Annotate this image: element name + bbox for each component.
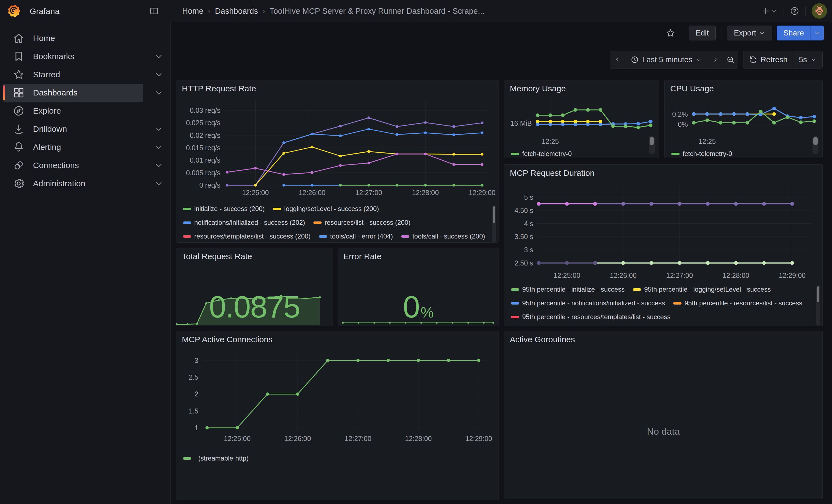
sidebar-item-home[interactable]: Home [3, 29, 143, 47]
sidebar-item-connections[interactable]: Connections [3, 156, 143, 175]
chevron-down-icon[interactable] [154, 142, 163, 152]
legend-item[interactable]: tools/call - success (200) [401, 231, 485, 241]
memory-usage-chart[interactable]: 12:2516 MiB [507, 96, 656, 147]
legend-label: 95th percentile - notifications/initiali… [522, 299, 665, 307]
http-request-rate-chart[interactable]: 12:25:0012:26:0012:27:0012:28:0012:29:00… [180, 97, 495, 195]
legend-item[interactable]: 95th percentile - initialize - success [511, 285, 625, 294]
sidebar-item-dashboards[interactable]: Dashboards [3, 84, 143, 102]
sidebar-item-explore[interactable]: Explore [3, 102, 143, 120]
panel-title[interactable]: Memory Usage [504, 80, 659, 96]
legend-swatch [273, 208, 281, 210]
legend-item[interactable]: 95th percentile - notifications/initiali… [511, 298, 665, 308]
chevron-down-icon [814, 30, 821, 36]
breadcrumb-item[interactable]: Dashboards [215, 7, 258, 16]
mcp-request-duration-chart[interactable]: 12:25:0012:26:0012:27:0012:28:0012:29:00… [508, 181, 817, 283]
legend-item[interactable]: 95th percentile - logging/setLevel - suc… [633, 285, 771, 294]
avatar[interactable] [812, 3, 827, 19]
svg-text:0.02 req/s: 0.02 req/s [190, 132, 220, 139]
panel-title[interactable]: MCP Request Duration [504, 164, 822, 180]
svg-text:12:27:00: 12:27:00 [666, 271, 693, 279]
panel-title[interactable]: CPU Usage [665, 80, 822, 96]
sidebar-item-drilldown[interactable]: Drilldown [3, 120, 143, 138]
svg-text:0.2%: 0.2% [672, 110, 688, 118]
legend-swatch [183, 457, 191, 460]
panel-title[interactable]: MCP Active Connections [176, 331, 498, 346]
legend-scrollbar[interactable] [492, 206, 496, 243]
svg-text:3.50 s: 3.50 s [515, 233, 533, 240]
legend-item[interactable]: resources/list - success (200) [313, 218, 411, 228]
chevron-down-icon[interactable] [154, 161, 163, 170]
help-button[interactable] [790, 6, 799, 16]
legend-swatch [183, 235, 191, 238]
legend-label: 95th percentile - initialize - success [522, 286, 625, 293]
legend-scrollbar[interactable] [812, 136, 818, 154]
legend-item[interactable]: tools/call - error (404) [319, 231, 393, 241]
cpu-usage-chart[interactable]: 12:250.2%0% [668, 96, 820, 147]
legend-label: fetch-telemetry-0 [522, 150, 572, 158]
sidebar-item-administration[interactable]: Administration [3, 175, 143, 192]
legend-item[interactable]: initialize - success (200) [183, 204, 265, 214]
chevron-down-icon[interactable] [154, 88, 163, 97]
chevron-down-icon[interactable] [154, 124, 163, 134]
compass-icon [12, 105, 25, 117]
scrollbar-thumb[interactable] [817, 286, 820, 302]
legend-item[interactable]: fetch-telemetry-0 [671, 149, 732, 158]
legend-label: logging/setLevel - success (200) [284, 205, 379, 213]
scrollbar-thumb[interactable] [493, 206, 495, 223]
svg-text:12:28:00: 12:28:00 [412, 189, 439, 196]
sidebar-item-label: Bookmarks [33, 52, 74, 61]
sidebar-toggle-icon[interactable] [149, 6, 160, 16]
sidebar-item-bookmarks[interactable]: Bookmarks [3, 47, 143, 65]
panel-title[interactable]: Total Request Rate [176, 248, 333, 263]
time-shift-back-button[interactable] [610, 51, 625, 69]
edit-button[interactable]: Edit [688, 26, 716, 41]
time-range-picker[interactable]: Last 5 minutes [625, 51, 708, 69]
add-new-button[interactable] [761, 6, 778, 16]
legend-item[interactable]: notifications/initialized - success (202… [183, 218, 305, 228]
chevron-down-icon[interactable] [154, 52, 163, 61]
refresh-interval-picker[interactable]: 5s [793, 51, 823, 69]
panel-error-rate: Error Rate 0% [338, 247, 498, 326]
panel-title[interactable]: Error Rate [338, 248, 498, 263]
favorite-star-button[interactable] [664, 26, 677, 40]
svg-text:12:28:00: 12:28:00 [405, 435, 432, 442]
share-button[interactable]: Share [777, 26, 810, 41]
export-button[interactable]: Export [727, 26, 772, 41]
scrollbar-thumb[interactable] [650, 137, 654, 145]
svg-text:16 MiB: 16 MiB [510, 120, 532, 127]
svg-text:1.5: 1.5 [189, 407, 198, 415]
svg-text:0.01 req/s: 0.01 req/s [190, 156, 220, 164]
chevron-down-icon[interactable] [154, 70, 163, 79]
legend-item[interactable]: 95th percentile - resources/templates/li… [511, 312, 671, 322]
legend-item[interactable]: fetch-telemetry-0 [511, 149, 572, 158]
legend-item[interactable]: resources/templates/list - success (200) [183, 231, 311, 241]
legend-swatch [511, 302, 519, 304]
breadcrumb-item[interactable]: Home [182, 7, 203, 16]
svg-text:2.5: 2.5 [189, 373, 198, 381]
svg-text:12:29:00: 12:29:00 [465, 435, 492, 442]
legend-label: notifications/initialized - success (202… [194, 219, 305, 227]
refresh-button[interactable]: Refresh [743, 51, 793, 69]
share-menu-button[interactable] [810, 26, 824, 41]
svg-text:12:25: 12:25 [542, 137, 559, 145]
grafana-logo-icon[interactable] [7, 4, 21, 18]
legend-item[interactable]: logging/setLevel - success (200) [273, 204, 379, 214]
zoom-out-button[interactable] [723, 51, 738, 69]
chevron-down-icon[interactable] [154, 179, 163, 188]
sidebar-item-starred[interactable]: Starred [3, 65, 143, 84]
home-icon [12, 32, 25, 44]
sidebar-item-alerting[interactable]: Alerting [3, 138, 143, 156]
legend-item[interactable]: - (streamable-http) [183, 453, 249, 463]
time-shift-forward-button[interactable] [708, 51, 723, 69]
refresh-icon [749, 56, 757, 64]
legend-scrollbar[interactable] [816, 286, 820, 326]
panel-title[interactable]: HTTP Request Rate [176, 80, 498, 96]
legend-scrollbar[interactable] [649, 136, 655, 154]
brand-name: Grafana [30, 7, 59, 16]
legend-item[interactable]: 95th percentile - resources/list - succe… [673, 298, 802, 308]
scrollbar-thumb[interactable] [813, 137, 818, 145]
duration-legend: 95th percentile - initialize - success95… [511, 285, 811, 326]
chevron-down-icon [696, 56, 702, 63]
chevron-down-icon [771, 8, 778, 14]
mcp-active-connections-chart[interactable]: 12:25:0012:26:0012:27:0012:28:0012:29:00… [180, 347, 495, 447]
